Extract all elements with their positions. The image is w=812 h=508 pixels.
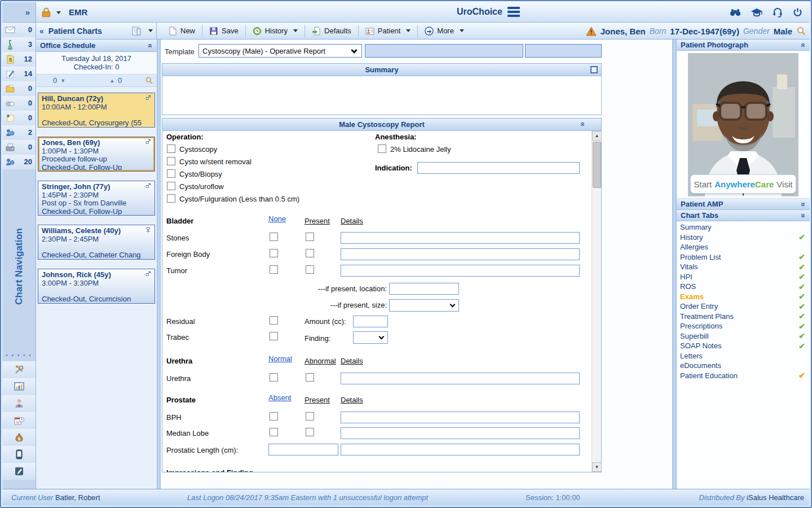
appointment-card[interactable]: Williams, Celeste (40y) 2:30PM - 2:45PM … [38,225,155,260]
count-up-icon[interactable]: ▲ [109,78,114,84]
schedule-search-icon[interactable] [145,76,153,85]
tumor-present-checkbox[interactable] [306,265,314,274]
stones-details-input[interactable] [341,232,580,244]
splitter-right[interactable] [672,40,677,489]
nav-labs[interactable]: 3 [2,37,36,52]
template-field-2[interactable] [525,44,602,58]
count-down-icon[interactable]: ▼ [60,78,65,84]
nav-medications[interactable]: 0 [2,96,36,111]
alert-icon[interactable] [586,27,597,36]
residual-checkbox[interactable] [270,316,278,325]
editor-button[interactable] [2,463,36,480]
nav-notes[interactable]: 14 [2,67,36,81]
prostate-details-link[interactable]: Details [341,396,363,404]
collapse-up-icon[interactable]: « [147,43,155,48]
education-icon[interactable] [751,7,763,17]
indication-input[interactable] [417,162,580,174]
bladder-none-link[interactable]: None [268,214,286,223]
appointment-card[interactable]: Stringer, John (77y) 1:45PM - 2:30PM Pos… [38,181,155,216]
foreign-body-none-checkbox[interactable] [270,249,278,257]
tab-patient-education[interactable]: Patient Education [677,371,810,381]
urethra-abnormal-checkbox[interactable] [306,373,314,382]
nav-expand-button[interactable]: » [2,2,36,23]
tab-letters[interactable]: Letters [677,351,810,361]
chart-list-icon[interactable] [131,26,142,36]
bph-details-input[interactable] [341,411,580,423]
tab-problem-list[interactable]: Problem List [677,252,810,262]
scheduler-button[interactable]: 12 [2,412,36,429]
bladder-present-link[interactable]: Present [304,217,330,225]
tab-history[interactable]: History [677,233,810,243]
urethra-abnormal-link[interactable]: Abnormal [304,357,336,365]
tools-button[interactable] [2,361,36,378]
nav-patients[interactable]: 20 [2,155,36,169]
bph-present-checkbox[interactable] [306,412,314,421]
foreign-body-details-input[interactable] [341,248,580,260]
summary-popout-icon[interactable] [590,66,598,73]
patient-button[interactable]: Patient [360,24,416,38]
scroll-thumb[interactable] [593,142,601,188]
more-button[interactable]: More [419,24,470,38]
nav-faxes[interactable]: 0 [2,140,36,155]
stones-none-checkbox[interactable] [270,233,278,241]
lidocaine-checkbox[interactable] [378,144,386,153]
urethra-normal-checkbox[interactable] [270,373,278,382]
tab-treatment-plans[interactable]: Treatment Plans [677,312,810,322]
finding-select[interactable] [353,331,388,344]
save-button[interactable]: Save [204,24,244,38]
nav-referrals[interactable]: 2 [2,125,36,140]
prostatic-length-details-input[interactable] [341,444,580,456]
nav-charges[interactable]: $ 12 [2,52,36,67]
device-button[interactable] [2,446,36,463]
report-scrollbar[interactable]: ▲ ▼ [592,131,601,472]
nav-tasks[interactable]: 0 [2,111,36,125]
stent-removal-checkbox[interactable] [167,157,175,165]
nav-documents[interactable]: 0 [2,81,36,96]
cystoscopy-checkbox[interactable] [167,144,175,153]
bladder-details-link[interactable]: Details [341,217,363,225]
binoculars-icon[interactable] [729,7,742,17]
power-icon[interactable] [792,7,803,17]
tab-edocuments[interactable]: eDocuments [677,361,810,371]
menu-icon[interactable] [508,7,520,17]
trabec-checkbox[interactable] [270,332,278,340]
reports-button[interactable] [2,378,36,395]
fulguration-checkbox[interactable] [167,194,175,203]
chart-menu-caret[interactable] [148,29,153,32]
urethra-details-input[interactable] [341,373,580,384]
urethra-normal-link[interactable]: Normal [268,354,292,363]
anywherecare-visit-button[interactable]: Start AnywhereCare Visit [690,174,796,194]
median-lobe-details-input[interactable] [341,427,580,439]
uroflow-checkbox[interactable] [167,182,175,190]
tab-prescriptions[interactable]: Prescriptions [677,321,810,331]
scroll-up-icon[interactable]: ▲ [592,131,602,141]
tab-soap-notes[interactable]: SOAP Notes [677,341,810,351]
strip-drag-handle[interactable]: • • • • • [2,352,36,358]
count-right[interactable]: 0 [118,76,122,85]
provider-button[interactable] [2,395,36,412]
biopsy-checkbox[interactable] [167,169,175,178]
template-select[interactable]: Cystoscopy (Male) - Operative Report [198,44,362,58]
nav-messages[interactable]: 0 [2,23,36,37]
prostate-present-link[interactable]: Present [304,396,330,404]
prostate-absent-link[interactable]: Absent [268,393,291,402]
template-field-1[interactable] [365,44,523,58]
prostatic-length-input[interactable] [268,444,338,456]
appointment-card[interactable]: Jones, Ben (69y) 1:00PM - 1:30PM Procedu… [38,137,155,172]
history-button[interactable]: History [247,24,303,38]
scroll-down-icon[interactable]: ▼ [592,462,602,472]
size-select[interactable] [389,299,459,312]
median-lobe-absent-checkbox[interactable] [270,428,278,436]
new-button[interactable]: New [162,24,201,38]
location-input[interactable] [389,283,459,295]
lock-menu-caret[interactable] [56,11,61,14]
tumor-none-checkbox[interactable] [270,265,278,274]
bph-absent-checkbox[interactable] [270,412,278,421]
billing-button[interactable]: $ [2,429,36,446]
tab-exams[interactable]: Exams [677,292,810,302]
support-headset-icon[interactable] [772,7,783,17]
tumor-details-input[interactable] [341,265,580,277]
urethra-details-link[interactable]: Details [341,357,363,365]
tab-ros[interactable]: ROS [677,282,810,292]
tab-order-entry[interactable]: Order Entry [677,301,810,312]
